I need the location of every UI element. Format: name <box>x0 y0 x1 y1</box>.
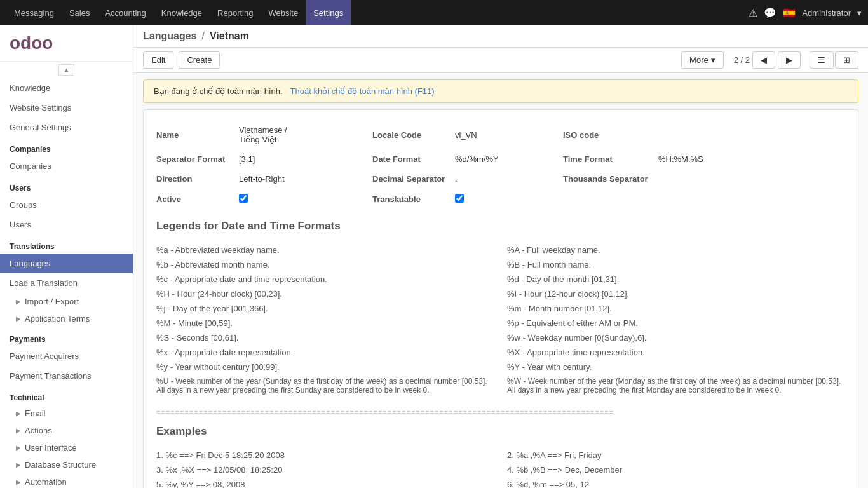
expand-arrow-import: ▶ <box>16 298 21 305</box>
separator-line: ========================================… <box>156 409 845 416</box>
legend-left-9: %y - Year without century [00,99]. <box>156 361 494 373</box>
main-content: Languages / Vietnam Edit Create More ▾ 2… <box>133 25 868 488</box>
legend-left-4: %H - Hour (24-hour clock) [00,23]. <box>156 288 494 300</box>
sidebar-item-database-structure[interactable]: ▶ Database Structure <box>0 456 133 473</box>
field-label-separator-format: Separator Format <box>156 152 233 166</box>
field-value-iso-code <box>658 132 760 137</box>
field-value-time-format: %H:%M:%S <box>658 152 760 166</box>
nav-accounting[interactable]: Accounting <box>97 0 153 25</box>
field-value-active <box>239 191 366 207</box>
top-navigation: Messaging Sales Accounting Knowledge Rep… <box>0 0 868 25</box>
nav-sales[interactable]: Sales <box>62 0 98 25</box>
flag-icon: 🇪🇸 <box>783 7 796 19</box>
edit-button[interactable]: Edit <box>143 51 173 69</box>
legend-right-3: %d - Day of the month [01,31]. <box>507 273 845 285</box>
sidebar-scroll-up[interactable]: ▲ <box>0 62 133 78</box>
sidebar-item-payment-acquirers[interactable]: Payment Acquirers <box>0 346 133 366</box>
legend-right-8: %X - Appropriate time representation. <box>507 346 845 358</box>
field-value-thousands-separator <box>658 177 760 182</box>
field-value-date-format: %d/%m/%Y <box>455 152 557 166</box>
pager-text: 2 / 2 <box>734 55 750 65</box>
sidebar-item-general-settings[interactable]: General Settings <box>0 118 133 137</box>
grid-view-button[interactable]: ⊞ <box>835 51 858 69</box>
legend-left-8: %x - Appropriate date representation. <box>156 346 494 358</box>
pager-prev-button[interactable]: ◀ <box>752 51 775 69</box>
example-1-right: 2. %a ,%A ==> Fri, Friday <box>507 449 845 461</box>
sidebar-item-languages[interactable]: Languages <box>0 254 133 273</box>
admin-dropdown-icon[interactable]: ▾ <box>857 8 862 18</box>
more-arrow-icon: ▾ <box>711 55 715 65</box>
sidebar-item-website-settings[interactable]: Website Settings <box>0 98 133 118</box>
legend-left-5: %j - Day of the year [001,366]. <box>156 302 494 315</box>
field-label-translatable: Translatable <box>372 192 449 207</box>
sidebar-item-load-translation[interactable]: Load a Translation <box>0 273 133 293</box>
field-label-date-format: Date Format <box>372 152 449 166</box>
field-value-direction: Left-to-Right <box>239 172 366 186</box>
nav-messaging[interactable]: Messaging <box>6 0 62 25</box>
legend-right-4: %I - Hour (12-hour clock) [01,12]. <box>507 288 845 300</box>
translatable-checkbox[interactable] <box>455 194 464 203</box>
active-checkbox[interactable] <box>239 194 248 203</box>
sidebar-category-payments: Payments <box>0 330 133 346</box>
nav-reporting[interactable]: Reporting <box>210 0 261 25</box>
odoo-logo: odoo <box>10 33 53 53</box>
toolbar: Edit Create More ▾ 2 / 2 ◀ ▶ ☰ ⊞ <box>133 48 868 73</box>
field-label-thousands-separator: Thousands Separator <box>563 172 652 186</box>
example-1-left: 1. %c ==> Fri Dec 5 18:25:20 2008 <box>156 449 494 461</box>
legend-right-10: %W - Week number of the year (Monday as … <box>507 376 845 396</box>
sidebar-item-import-export[interactable]: ▶ Import / Export <box>0 293 133 310</box>
sidebar-item-actions[interactable]: ▶ Actions <box>0 422 133 439</box>
admin-label[interactable]: Administrator <box>802 8 851 18</box>
field-label-time-format: Time Format <box>563 152 652 166</box>
legend-right-1: %A - Full weekday name. <box>507 244 845 256</box>
legend-right-2: %B - Full month name. <box>507 259 845 271</box>
legend-right-7: %w - Weekday number [0(Sunday),6]. <box>507 332 845 344</box>
sidebar-item-groups[interactable]: Groups <box>0 195 133 215</box>
sidebar-item-users[interactable]: Users <box>0 215 133 234</box>
chat-icon[interactable]: 💬 <box>764 7 776 19</box>
sidebar-item-email[interactable]: ▶ Email <box>0 405 133 422</box>
alert-icon[interactable]: ⚠ <box>749 7 757 19</box>
field-value-name: Vietnamese /Tiếng Việt <box>239 123 366 147</box>
sidebar-item-application-terms[interactable]: ▶ Application Terms <box>0 310 133 327</box>
example-3-right: 6. %d, %m ==> 05, 12 <box>507 478 845 488</box>
expand-arrow-email: ▶ <box>16 410 21 417</box>
pager-next-button[interactable]: ▶ <box>778 51 801 69</box>
scroll-up-button[interactable]: ▲ <box>58 64 74 76</box>
field-label-decimal-separator: Decimal Separator <box>372 172 449 186</box>
breadcrumb-parent[interactable]: Languages <box>143 30 196 42</box>
example-2-right: 4. %b ,%B ==> Dec, December <box>507 464 845 476</box>
field-label-name: Name <box>156 128 233 142</box>
logo: odoo <box>0 25 133 62</box>
fullscreen-exit-link[interactable]: Thoát khỏi chế độ toàn màn hình (F11) <box>290 86 435 96</box>
field-value-translatable <box>455 191 557 207</box>
sidebar-category-companies: Companies <box>0 140 133 156</box>
field-value-locale-code: vi_VN <box>455 128 557 142</box>
sidebar-item-payment-transactions[interactable]: Payment Transactions <box>0 366 133 386</box>
expand-arrow-appterms: ▶ <box>16 315 21 322</box>
legend-left-10: %U - Week number of the year (Sunday as … <box>156 376 494 396</box>
fullscreen-message: Bạn đang ở chế độ toàn màn hình. <box>154 86 283 96</box>
nav-website[interactable]: Website <box>261 0 306 25</box>
sidebar-item-knowledge[interactable]: Knowledge <box>0 78 133 98</box>
sidebar-item-companies[interactable]: Companies <box>0 156 133 176</box>
create-button[interactable]: Create <box>179 51 220 69</box>
list-view-button[interactable]: ☰ <box>810 51 834 69</box>
expand-arrow-auto: ▶ <box>16 478 21 485</box>
legend-right-9: %Y - Year with century. <box>507 361 845 373</box>
example-3-left: 5. %y, %Y ==> 08, 2008 <box>156 478 494 488</box>
field-label-iso-code: ISO code <box>563 128 652 142</box>
pager: 2 / 2 ◀ ▶ <box>734 51 801 69</box>
expand-arrow-ui: ▶ <box>16 444 21 451</box>
nav-knowledge[interactable]: Knowledge <box>154 0 210 25</box>
more-button[interactable]: More ▾ <box>681 51 724 69</box>
form-content: Name Vietnamese /Tiếng Việt Locale Code … <box>143 109 858 488</box>
field-value-decimal-separator: . <box>455 172 557 186</box>
sidebar-category-translations: Translations <box>0 237 133 254</box>
sidebar-category-users: Users <box>0 179 133 195</box>
fullscreen-alert: Bạn đang ở chế độ toàn màn hình. Thoát k… <box>143 79 858 103</box>
nav-settings[interactable]: Settings <box>306 0 351 25</box>
sidebar: odoo ▲ Knowledge Website Settings Genera… <box>0 25 133 488</box>
sidebar-item-user-interface[interactable]: ▶ User Interface <box>0 439 133 456</box>
sidebar-item-automation[interactable]: ▶ Automation <box>0 473 133 488</box>
